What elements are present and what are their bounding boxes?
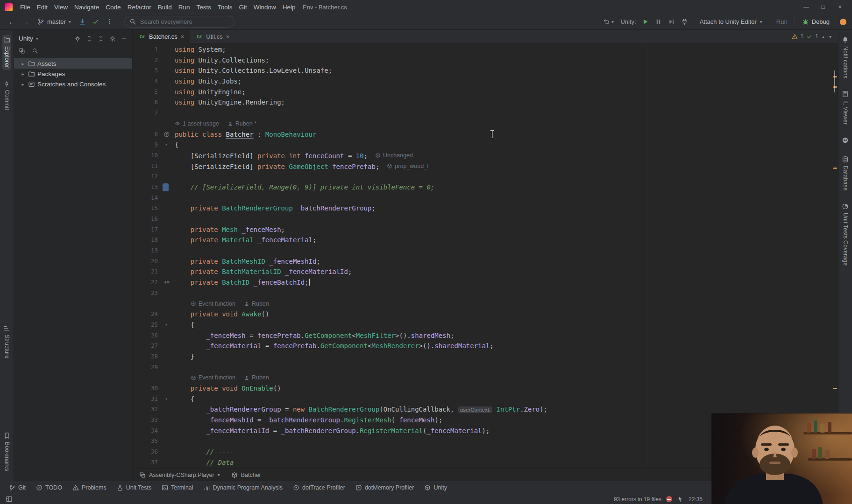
more-actions-button[interactable]: [104, 16, 116, 28]
forward-button[interactable]: →: [20, 16, 32, 28]
menu-refactor[interactable]: Refactor: [124, 2, 155, 12]
tool-stripe-database[interactable]: Database: [841, 154, 850, 193]
error-stripe-mark[interactable]: [833, 168, 837, 169]
code-text: using Unity.Collections.LowLevel.Unsafe;: [175, 65, 838, 76]
menu-tests[interactable]: Tests: [193, 2, 214, 12]
toolwindow-dotmemory-profiler[interactable]: dotMemory Profiler: [351, 483, 419, 492]
toolwindow-todo[interactable]: TODO: [32, 483, 66, 492]
inlay-hint[interactable]: Ruben: [244, 372, 269, 383]
toolwindow-dynamic-program-analysis[interactable]: Dynamic Program Analysis: [199, 483, 287, 492]
menu-help[interactable]: Help: [279, 2, 299, 12]
menu-code[interactable]: Code: [102, 2, 124, 12]
code-editor[interactable]: 1using System;2using Unity.Collections;3…: [133, 43, 838, 469]
inlay-hint[interactable]: 1 asset usage: [175, 119, 219, 129]
inlay-hint[interactable]: Unchanged: [375, 150, 413, 161]
next-problem-button[interactable]: ▾: [828, 34, 832, 39]
project-view-selector[interactable]: Unity: [19, 35, 33, 42]
search-everywhere-field[interactable]: Search everywhere: [124, 16, 234, 28]
change-marker[interactable]: [163, 183, 169, 191]
menu-tools[interactable]: Tools: [214, 2, 236, 12]
menu-file[interactable]: File: [17, 2, 34, 12]
inlay-hint[interactable]: Ruben *: [227, 119, 256, 129]
toolwindow-problems[interactable]: Problems: [68, 483, 111, 492]
menu-view[interactable]: View: [51, 2, 71, 12]
fold-chevron-icon[interactable]: ▾: [158, 140, 175, 150]
menu-git[interactable]: Git: [236, 2, 250, 12]
layers-button[interactable]: [19, 48, 25, 54]
editor-tab-bar: C#Batcher.cs×C#Util.cs× 1 1 ▴ ▾: [133, 30, 838, 43]
highlighting-level-icon[interactable]: [666, 496, 672, 502]
update-project-button[interactable]: [77, 16, 89, 28]
mouse-ibeam-cursor: [490, 130, 494, 138]
back-button[interactable]: ←: [6, 16, 18, 28]
unity-pause-button[interactable]: [653, 16, 665, 28]
menu-navigate[interactable]: Navigate: [71, 2, 102, 12]
inspections-widget[interactable]: 1 1 ▴ ▾: [792, 30, 838, 43]
tool-stripe-explorer[interactable]: Explorer: [2, 35, 11, 70]
toolwindow-git[interactable]: Git: [5, 483, 30, 492]
debug-button[interactable]: Debug: [800, 17, 832, 26]
rollback-button[interactable]: ▾: [602, 16, 614, 28]
collapse-all-button[interactable]: [98, 35, 104, 42]
toolwindow-unit-tests[interactable]: Unit Tests: [113, 483, 156, 492]
tool-stripe-commit[interactable]: Commit: [2, 78, 11, 112]
tree-item-packages[interactable]: ▸Packages: [14, 69, 132, 79]
breadcrumb-module[interactable]: Assembly-CSharp.Player: [149, 472, 214, 478]
expand-all-button[interactable]: [86, 35, 92, 42]
tab-util-cs[interactable]: C#Util.cs×: [190, 30, 235, 43]
chevron-right-icon[interactable]: ▸: [20, 82, 26, 87]
close-button[interactable]: ×: [831, 0, 848, 14]
close-tab-button[interactable]: ×: [181, 34, 185, 40]
git-branch-selector[interactable]: master ▾: [34, 17, 75, 27]
run-button[interactable]: Run: [774, 17, 790, 26]
scrollbar-thumb[interactable]: [834, 70, 835, 92]
fold-chevron-icon[interactable]: ▾: [158, 320, 175, 330]
chevron-right-icon[interactable]: ▸: [20, 61, 26, 66]
commit-changes-button[interactable]: [90, 16, 102, 28]
chevron-right-icon[interactable]: ▸: [20, 71, 26, 77]
maximize-button[interactable]: □: [815, 0, 831, 14]
prev-problem-button[interactable]: ▴: [821, 34, 825, 39]
run-configuration-dropdown[interactable]: Attach to Unity Editor ▾: [698, 17, 764, 26]
tab-batcher-cs[interactable]: C#Batcher.cs×: [133, 30, 190, 43]
tree-item-assets[interactable]: ▸Assets: [14, 58, 132, 69]
hide-button[interactable]: [121, 35, 128, 42]
unity-play-button[interactable]: [639, 16, 652, 28]
tool-stripe-il-viewer[interactable]: IL Viewer: [841, 89, 850, 126]
pointer-icon[interactable]: [677, 496, 684, 503]
settings-button[interactable]: [109, 35, 116, 42]
tree-item-scratches-and-consoles[interactable]: ▸Scratches and Consoles: [14, 79, 132, 89]
menu-build[interactable]: Build: [155, 2, 175, 12]
tool-stripe-unit-tests-coverage[interactable]: Unit Tests Coverage: [841, 201, 850, 268]
gear-link-icon[interactable]: [163, 279, 170, 286]
locate-button[interactable]: [74, 35, 81, 42]
toolwindow-terminal[interactable]: Terminal: [157, 483, 197, 492]
menu-window[interactable]: Window: [250, 2, 279, 12]
tool-stripe-structure[interactable]: Structure: [2, 323, 11, 360]
attach-plug-icon[interactable]: [681, 18, 688, 25]
fold-chevron-icon[interactable]: ▾: [158, 394, 175, 405]
error-stripe-mark[interactable]: [833, 388, 837, 389]
tool-stripe-notifications[interactable]: Notifications: [841, 35, 850, 80]
inlay-hint[interactable]: Ruben: [244, 299, 269, 309]
breadcrumb-class[interactable]: Batcher: [241, 472, 261, 478]
minimize-button[interactable]: —: [798, 0, 815, 14]
menu-edit[interactable]: Edit: [34, 2, 51, 12]
tool-stripe-bookmarks[interactable]: Bookmarks: [2, 430, 11, 473]
unity-step-button[interactable]: [666, 16, 678, 28]
tool-stripe-copilot[interactable]: [841, 135, 850, 146]
inlay-hint[interactable]: Event function: [191, 372, 235, 383]
toolwindow-unity[interactable]: Unity: [420, 483, 451, 492]
error-stripe[interactable]: [832, 43, 838, 469]
notifications-badge[interactable]: [840, 19, 846, 25]
circle-up-icon[interactable]: [163, 131, 170, 138]
error-summary[interactable]: 93 errors in 19 files: [614, 496, 661, 503]
close-tab-button[interactable]: ×: [226, 34, 230, 40]
inlay-hint[interactable]: prop_wood_f: [387, 161, 428, 172]
inlay-hint[interactable]: Event function: [191, 299, 235, 309]
magnifier-button[interactable]: [32, 48, 38, 54]
expand-all-icon: [86, 35, 92, 42]
toolwindow-dottrace-profiler[interactable]: dotTrace Profiler: [289, 483, 349, 492]
layout-icon[interactable]: [6, 496, 13, 503]
menu-run[interactable]: Run: [175, 2, 193, 12]
